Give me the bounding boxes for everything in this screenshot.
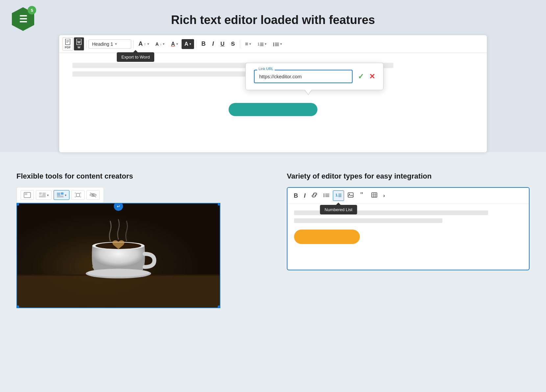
variety-title: Variety of editor types for easy integra…	[287, 172, 530, 181]
link-cancel-button[interactable]: ✕	[369, 72, 375, 81]
svg-rect-19	[25, 193, 27, 195]
font-bg-button[interactable]: A ▾	[182, 39, 194, 49]
page-title: Rich text editor loaded with features	[171, 13, 375, 27]
svg-point-59	[349, 194, 350, 195]
font-size-up-chevron-icon: ▾	[147, 42, 149, 46]
mini-link-button[interactable]	[309, 191, 320, 201]
heading-dropdown[interactable]: Heading 1 ▾	[88, 39, 131, 49]
editor-body: Link URL ✓ ✕	[59, 53, 487, 139]
image-toolbar: ▾ ▾	[16, 187, 104, 203]
bold-icon: B	[201, 40, 206, 47]
link-confirm-button[interactable]: ✓	[358, 72, 364, 81]
align-icon: ≡	[245, 41, 248, 47]
strikethrough-button[interactable]: S	[228, 39, 238, 49]
svg-rect-32	[76, 193, 80, 197]
word-label: W	[78, 46, 81, 49]
mini-numbered-list-wrapper: 1. Numbered List	[333, 190, 344, 201]
link-url-label: Link URL	[257, 67, 275, 71]
resize-handle-tl[interactable]	[16, 203, 19, 206]
svg-point-14	[273, 45, 274, 46]
svg-text:☰: ☰	[19, 14, 27, 24]
separator-2	[133, 40, 134, 48]
svg-rect-61	[372, 193, 377, 197]
font-color-chevron-icon: ▾	[176, 42, 178, 46]
numbered-list-icon: 1.	[258, 41, 263, 47]
variety-card: Variety of editor types for easy integra…	[277, 162, 539, 308]
link-popup: Link URL ✓ ✕	[245, 63, 384, 90]
font-size-up-icon: A	[138, 40, 143, 47]
font-size-increase-button[interactable]: A ↑ ▾	[136, 38, 152, 49]
mini-italic-button[interactable]: I	[302, 191, 308, 201]
align-button[interactable]: ≡ ▾	[242, 39, 254, 49]
separator-1	[86, 40, 87, 48]
align-chevron-icon: ▾	[249, 42, 251, 46]
svg-rect-20	[39, 192, 42, 195]
svg-point-48	[324, 194, 325, 195]
font-bg-chevron-icon: ▾	[189, 42, 191, 46]
editor-toolbar: PDF W W Export to Word Heading 1 ▾ A ↑ ▾	[59, 35, 487, 53]
tooltip-arrow	[336, 203, 341, 205]
wrap-chevron-icon: ▾	[47, 193, 49, 197]
mini-more-button[interactable]: ›	[381, 191, 387, 200]
mini-editor: B I 1. N	[287, 187, 530, 270]
italic-button[interactable]: I	[209, 38, 217, 49]
italic-icon: I	[212, 40, 214, 47]
heading-value: Heading 1	[92, 41, 113, 47]
resize-handle-br[interactable]	[218, 306, 220, 308]
bullet-list-chevron-icon: ▾	[280, 42, 282, 46]
svg-text:W: W	[77, 40, 81, 44]
image-hide-button[interactable]	[87, 190, 100, 200]
font-size-decrease-button[interactable]: A ↓ ▾	[153, 39, 168, 49]
mini-table-button[interactable]	[369, 191, 380, 201]
bold-button[interactable]: B	[198, 38, 209, 49]
mini-editor-toolbar: B I 1. N	[287, 188, 529, 204]
strikethrough-icon: S	[231, 41, 235, 47]
resize-handle-bl[interactable]	[16, 306, 19, 308]
svg-point-49	[324, 195, 325, 196]
mini-numbered-list-button[interactable]: 1.	[333, 190, 344, 201]
link-url-input[interactable]	[254, 70, 353, 83]
wrap-active-chevron-icon: ▾	[65, 193, 66, 197]
font-color-button[interactable]: A ▾	[168, 39, 181, 49]
font-size-down-arrow: ↓	[160, 42, 162, 46]
image-wrap-left-button[interactable]: ▾	[36, 190, 52, 200]
image-area: ↵	[16, 203, 220, 308]
export-word-button[interactable]: W W Export to Word	[74, 37, 84, 51]
font-size-down-chevron-icon: ▾	[163, 42, 164, 46]
separator-3	[196, 40, 196, 48]
bullet-list-button[interactable]: ▾	[270, 39, 285, 49]
svg-text:1.: 1.	[335, 193, 338, 197]
svg-rect-2	[65, 39, 70, 45]
numbered-list-button[interactable]: 1. ▾	[255, 39, 269, 49]
underline-icon: U	[220, 41, 224, 47]
svg-point-50	[324, 196, 325, 197]
svg-rect-58	[348, 193, 353, 197]
image-break-button[interactable]	[71, 190, 85, 200]
editor-teal-button	[229, 103, 317, 116]
mini-text-line-2	[294, 218, 442, 223]
editor-container: PDF W W Export to Word Heading 1 ▾ A ↑ ▾	[59, 35, 487, 152]
resize-handle-tr[interactable]	[218, 203, 220, 206]
mini-image-button[interactable]	[345, 191, 356, 201]
mini-quote-button[interactable]: "	[357, 191, 368, 201]
svg-text:1.: 1.	[258, 42, 260, 46]
svg-point-12	[273, 42, 274, 43]
image-wrap-right-button[interactable]: ▾	[54, 190, 69, 200]
flexible-tools-card: Flexible tools for content creators ▾ ▾	[7, 162, 269, 308]
coffee-image	[17, 204, 220, 307]
svg-text:": "	[360, 192, 363, 198]
underline-button[interactable]: U	[217, 39, 227, 49]
bullet-list-icon	[273, 41, 279, 47]
separator-4	[240, 40, 240, 48]
image-inline-button[interactable]	[21, 190, 34, 200]
svg-point-47	[87, 269, 150, 277]
numbered-list-tooltip: Numbered List	[320, 205, 357, 214]
mini-bullet-button[interactable]	[321, 191, 332, 201]
svg-point-13	[273, 44, 274, 45]
export-pdf-button[interactable]: PDF	[62, 37, 73, 51]
mini-bold-button[interactable]: B	[291, 191, 300, 201]
export-tooltip: Export to Word	[117, 52, 154, 62]
font-bg-icon: A	[185, 41, 188, 47]
notification-badge: 5	[28, 6, 36, 14]
mini-yellow-button	[294, 230, 360, 244]
